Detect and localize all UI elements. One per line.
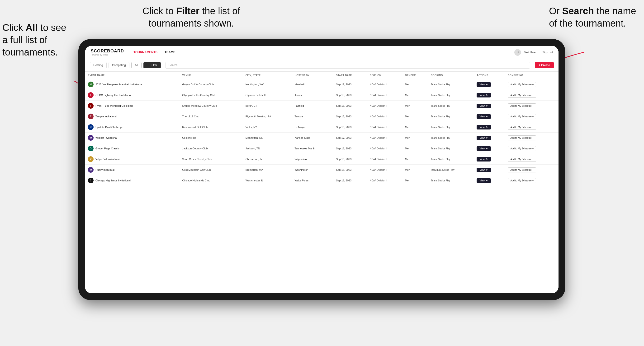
add-schedule-button-0[interactable]: Add to My Schedule + bbox=[508, 82, 536, 87]
city-cell-8: Bremerton, WA bbox=[243, 165, 292, 175]
col-division: DIVISION bbox=[367, 72, 402, 79]
eye-icon-7: 👁 bbox=[486, 158, 488, 161]
view-button-1[interactable]: View 👁 bbox=[476, 93, 491, 97]
division-cell-9: NCAA Division I bbox=[367, 175, 402, 186]
scoring-cell-7: Team, Stroke Play bbox=[428, 154, 474, 165]
add-schedule-button-4[interactable]: Add to My Schedule + bbox=[508, 125, 536, 130]
team-logo-2: F bbox=[88, 103, 94, 109]
event-name-text-4: Upstate Dual Challenge bbox=[96, 126, 123, 129]
city-cell-7: Chesterton, IN bbox=[243, 154, 292, 165]
col-hosted-by: HOSTED BY bbox=[292, 72, 333, 79]
view-button-9[interactable]: View 👁 bbox=[476, 178, 491, 183]
view-button-5[interactable]: View 👁 bbox=[476, 136, 491, 140]
add-schedule-button-3[interactable]: Add to My Schedule + bbox=[508, 114, 536, 119]
venue-cell-8: Gold Mountain Golf Club bbox=[179, 165, 243, 175]
view-button-7[interactable]: View 👁 bbox=[476, 157, 491, 162]
col-venue: VENUE bbox=[179, 72, 243, 79]
add-schedule-button-1[interactable]: Add to My Schedule + bbox=[508, 93, 536, 98]
city-cell-3: Plymouth Meeting, PA bbox=[243, 111, 292, 122]
logo-title: SCOREBOARD bbox=[91, 49, 124, 54]
division-cell-2: NCAA Division I bbox=[367, 101, 402, 111]
team-logo-5: W bbox=[88, 135, 94, 141]
gender-cell-9: Men bbox=[402, 175, 428, 186]
event-name-cell-4: U Upstate Dual Challenge bbox=[85, 122, 179, 133]
event-name-cell-9: C Chicago Highlands Invitational bbox=[85, 175, 179, 186]
competing-cell-1: Add to My Schedule + bbox=[505, 90, 558, 101]
add-schedule-button-8[interactable]: Add to My Schedule + bbox=[508, 168, 536, 173]
add-schedule-button-7[interactable]: Add to My Schedule + bbox=[508, 157, 536, 162]
eye-icon-3: 👁 bbox=[486, 115, 488, 118]
user-avatar: U bbox=[514, 49, 521, 56]
table-row: M 2023 Joe Feaganes Marshall Invitationa… bbox=[85, 79, 558, 90]
table-row: C Chicago Highlands Invitational Chicago… bbox=[85, 175, 558, 186]
filter-button[interactable]: ☰ Filter bbox=[144, 62, 161, 68]
filter-label: Filter bbox=[151, 64, 157, 67]
add-schedule-button-9[interactable]: Add to My Schedule + bbox=[508, 178, 536, 183]
view-button-6[interactable]: View 👁 bbox=[476, 146, 491, 151]
event-name-text-6: Grover Page Classic bbox=[96, 147, 120, 150]
gender-cell-0: Men bbox=[402, 79, 428, 90]
division-cell-3: NCAA Division I bbox=[367, 111, 402, 122]
table-row: U Upstate Dual Challenge Ravenwood Golf … bbox=[85, 122, 558, 133]
filter-icon: ☰ bbox=[147, 64, 150, 67]
sign-out-link[interactable]: Sign out bbox=[542, 51, 553, 54]
add-schedule-button-6[interactable]: Add to My Schedule + bbox=[508, 146, 536, 151]
team-logo-1: I bbox=[88, 92, 94, 98]
view-button-0[interactable]: View 👁 bbox=[476, 82, 491, 87]
table-row: I OFCC Fighting Illini Invitational Olym… bbox=[85, 90, 558, 101]
team-logo-7: V bbox=[88, 156, 94, 162]
nav-separator: | bbox=[539, 51, 540, 54]
view-button-4[interactable]: View 👁 bbox=[476, 125, 491, 130]
team-logo-3: T bbox=[88, 114, 94, 119]
table-row: F Ryan T. Lee Memorial Collegiate Shuttl… bbox=[85, 101, 558, 111]
event-name-text-3: Temple Invitational bbox=[96, 115, 117, 118]
event-name-cell-3: T Temple Invitational bbox=[85, 111, 179, 122]
event-name-cell-6: G Grover Page Classic bbox=[85, 143, 179, 154]
team-logo-4: U bbox=[88, 124, 94, 130]
team-logo-9: C bbox=[88, 178, 94, 183]
create-button[interactable]: + Create bbox=[535, 62, 554, 68]
hosting-tab[interactable]: Hosting bbox=[90, 62, 106, 68]
scoring-cell-8: Individual, Stroke Play bbox=[428, 165, 474, 175]
col-scoring: SCORING bbox=[428, 72, 474, 79]
view-button-3[interactable]: View 👁 bbox=[476, 114, 491, 119]
hosted-by-cell-4: Le Moyne bbox=[292, 122, 333, 133]
event-name-cell-1: I OFCC Fighting Illini Invitational bbox=[85, 90, 179, 101]
view-button-8[interactable]: View 👁 bbox=[476, 168, 491, 172]
event-name-cell-5: W Wildcat Invitational bbox=[85, 133, 179, 143]
scoring-cell-6: Team, Stroke Play bbox=[428, 143, 474, 154]
event-name-cell-2: F Ryan T. Lee Memorial Collegiate bbox=[85, 101, 179, 111]
search-input[interactable] bbox=[166, 62, 530, 69]
nav-right: U Test User | Sign out bbox=[514, 49, 553, 56]
add-schedule-button-2[interactable]: Add to My Schedule + bbox=[508, 103, 536, 108]
venue-cell-2: Shuttle Meadow Country Club bbox=[179, 101, 243, 111]
city-cell-5: Manhattan, KS bbox=[243, 133, 292, 143]
all-tab[interactable]: All bbox=[131, 62, 142, 68]
eye-icon-0: 👁 bbox=[486, 83, 488, 86]
gender-cell-8: Men bbox=[402, 165, 428, 175]
gender-cell-5: Men bbox=[402, 133, 428, 143]
venue-cell-7: Sand Creek Country Club bbox=[179, 154, 243, 165]
competing-cell-6: Add to My Schedule + bbox=[505, 143, 558, 154]
nav-tournaments[interactable]: TOURNAMENTS bbox=[134, 49, 158, 55]
city-cell-0: Huntington, WV bbox=[243, 79, 292, 90]
actions-cell-3: View 👁 bbox=[474, 111, 505, 122]
add-schedule-button-5[interactable]: Add to My Schedule + bbox=[508, 135, 536, 140]
view-button-2[interactable]: View 👁 bbox=[476, 104, 491, 108]
table-row: T Temple Invitational The 1912 Club Plym… bbox=[85, 111, 558, 122]
nav-links: TOURNAMENTS TEAMS bbox=[134, 49, 514, 55]
actions-cell-5: View 👁 bbox=[474, 133, 505, 143]
hosted-by-cell-1: Illinois bbox=[292, 90, 333, 101]
actions-cell-0: View 👁 bbox=[474, 79, 505, 90]
nav-teams[interactable]: TEAMS bbox=[164, 49, 176, 55]
competing-tab[interactable]: Competing bbox=[108, 62, 130, 68]
city-cell-2: Berlin, CT bbox=[243, 101, 292, 111]
team-logo-6: G bbox=[88, 146, 94, 151]
scoring-cell-5: Team, Stroke Play bbox=[428, 133, 474, 143]
eye-icon-6: 👁 bbox=[486, 147, 488, 150]
start-date-cell-3: Sep 16, 2023 bbox=[333, 111, 367, 122]
scoring-cell-9: Team, Stroke Play bbox=[428, 175, 474, 186]
col-start-date: START DATE bbox=[333, 72, 367, 79]
col-competing: COMPETING bbox=[505, 72, 558, 79]
logo-subtitle: Powered by clippd bbox=[91, 54, 124, 56]
